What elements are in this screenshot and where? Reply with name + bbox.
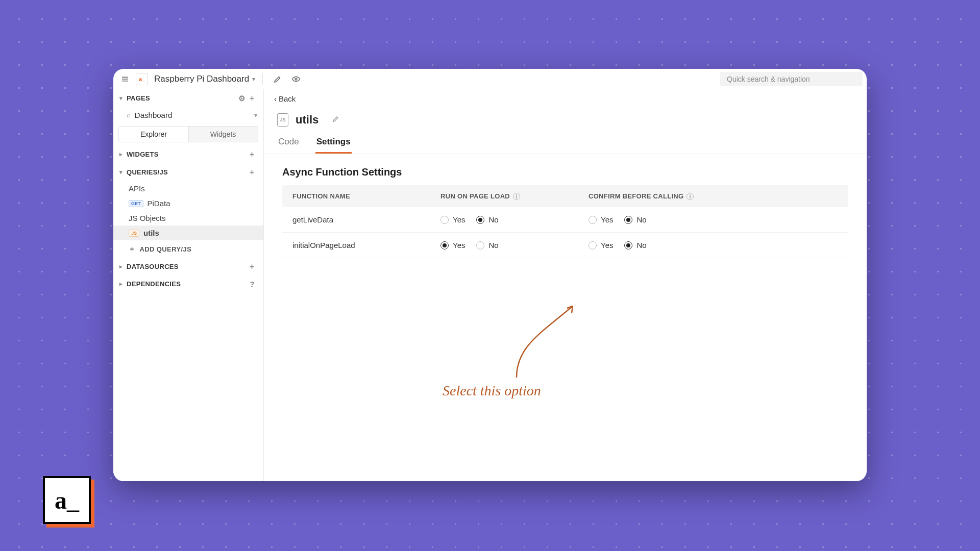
widgets-section-header[interactable]: ▸ WIDGETS ＋ (113, 145, 263, 163)
back-label: Back (279, 94, 296, 103)
queries-section-header[interactable]: ▾ QUERIES/JS ＋ (113, 163, 263, 181)
explorer-tab[interactable]: Explorer (119, 127, 188, 142)
svg-point-4 (295, 78, 297, 80)
col-header-name: FUNCTION NAME (292, 192, 440, 200)
apis-group[interactable]: APIs (113, 181, 263, 196)
run-on-load-radio-group: Yes No (440, 215, 499, 224)
appsmith-logo-text: a_ (43, 476, 91, 524)
radio-icon (589, 241, 597, 249)
confirm-radio-group: Yes No (589, 241, 647, 249)
add-page-icon[interactable]: ＋ (247, 93, 257, 103)
col-header-confirm: CONFIRM BEFORE CALLING i (589, 192, 721, 200)
get-badge-icon: GET (129, 200, 143, 207)
sidebar-item-dashboard[interactable]: ⌂ Dashboard ▾ (113, 107, 263, 123)
chevron-left-icon: ‹ (274, 94, 277, 103)
add-query-icon[interactable]: ＋ (247, 167, 257, 177)
main-panel: ‹ Back JS utils Code Settings Async Func… (264, 89, 867, 481)
table-row: getLiveData Yes No (282, 207, 848, 233)
appsmith-logo: a_ (43, 476, 91, 524)
pages-section-header[interactable]: ▾ PAGES ⚙ ＋ (113, 89, 263, 107)
plus-icon: ＋ (129, 244, 135, 254)
function-name: getLiveData (292, 215, 440, 224)
table-row: initialOnPageLoad Yes No (282, 233, 848, 258)
caret-right-icon: ▸ (119, 263, 127, 270)
tab-settings[interactable]: Settings (315, 132, 352, 154)
topbar-divider (262, 73, 263, 85)
jsobjects-group[interactable]: JS Objects (113, 211, 263, 226)
queries-section-label: QUERIES/JS (127, 168, 168, 176)
radio-icon (589, 216, 597, 224)
run-yes-option[interactable]: Yes (440, 215, 465, 224)
app-title[interactable]: Raspberry Pi Dashboard ▾ (154, 74, 255, 84)
pages-label: PAGES (127, 94, 150, 102)
pidata-label: PiData (148, 199, 170, 208)
add-query-button[interactable]: ＋ ADD QUERY/JS (113, 240, 263, 258)
topbar: a_ Raspberry Pi Dashboard ▾ Quick search… (113, 69, 867, 89)
preview-icon[interactable] (288, 71, 304, 87)
add-query-label: ADD QUERY/JS (139, 245, 191, 253)
sidebar-item-utils[interactable]: JS utils (113, 226, 263, 240)
app-title-text: Raspberry Pi Dashboard (154, 74, 249, 84)
panel-title: Async Function Settings (264, 154, 867, 185)
widgets-tab[interactable]: Widgets (188, 127, 258, 142)
chevron-down-icon: ▾ (254, 112, 257, 119)
js-badge-icon: JS (129, 230, 139, 237)
confirm-yes-option[interactable]: Yes (589, 241, 613, 249)
caret-right-icon: ▸ (119, 151, 127, 158)
run-no-option[interactable]: No (476, 241, 498, 249)
info-icon[interactable]: i (687, 193, 694, 200)
caret-right-icon: ▸ (119, 281, 127, 287)
utils-label: utils (143, 229, 159, 237)
caret-down-icon: ▾ (119, 95, 127, 102)
sidebar: ▾ PAGES ⚙ ＋ ⌂ Dashboard ▾ Explorer Widge… (113, 89, 264, 481)
app-logo-icon: a_ (136, 73, 148, 85)
datasources-label: DATASOURCES (127, 263, 179, 270)
radio-icon (476, 241, 484, 249)
chevron-down-icon: ▾ (252, 76, 255, 83)
col-header-run: RUN ON PAGE LOAD i (440, 192, 589, 200)
radio-icon (624, 241, 632, 249)
confirm-no-option[interactable]: No (624, 215, 646, 224)
table-header: FUNCTION NAME RUN ON PAGE LOAD i CONFIRM… (282, 185, 848, 207)
tab-code[interactable]: Code (277, 132, 300, 154)
annotation-text: Select this option (443, 383, 541, 399)
dashboard-label: Dashboard (135, 111, 172, 119)
radio-icon (440, 241, 449, 249)
widgets-section-label: WIDGETS (127, 151, 159, 158)
caret-down-icon: ▾ (119, 169, 127, 176)
confirm-radio-group: Yes No (589, 215, 647, 224)
help-icon[interactable]: ? (247, 280, 257, 288)
sidebar-item-pidata[interactable]: GET PiData (113, 196, 263, 211)
js-file-icon: JS (277, 113, 288, 127)
run-on-load-radio-group: Yes No (440, 241, 499, 249)
function-name: initialOnPageLoad (292, 241, 440, 249)
radio-icon (440, 216, 449, 224)
radio-icon (624, 216, 632, 224)
run-yes-option[interactable]: Yes (440, 241, 465, 249)
dependencies-section-header[interactable]: ▸ DEPENDENCIES ? (113, 276, 263, 292)
back-button[interactable]: ‹ Back (264, 89, 867, 108)
dependencies-label: DEPENDENCIES (127, 280, 181, 288)
editor-tabs: Code Settings (264, 132, 867, 154)
confirm-no-option[interactable]: No (624, 241, 646, 249)
hamburger-icon[interactable] (117, 71, 133, 87)
run-no-option[interactable]: No (476, 215, 498, 224)
rename-icon[interactable] (332, 115, 340, 125)
app-window: a_ Raspberry Pi Dashboard ▾ Quick search… (113, 69, 867, 481)
datasources-section-header[interactable]: ▸ DATASOURCES ＋ (113, 258, 263, 276)
file-title-row: JS utils (264, 108, 867, 132)
explorer-widgets-toggle: Explorer Widgets (118, 126, 258, 142)
add-widget-icon[interactable]: ＋ (247, 149, 257, 159)
gear-icon[interactable]: ⚙ (237, 94, 247, 103)
search-input[interactable]: Quick search & navigation (720, 72, 863, 86)
function-settings-table: FUNCTION NAME RUN ON PAGE LOAD i CONFIRM… (282, 185, 848, 258)
home-icon: ⌂ (127, 111, 131, 119)
info-icon[interactable]: i (513, 193, 520, 200)
file-title: utils (296, 113, 318, 127)
annotation-arrow (463, 298, 585, 380)
add-datasource-icon[interactable]: ＋ (247, 262, 257, 271)
radio-icon (476, 216, 484, 224)
confirm-yes-option[interactable]: Yes (589, 215, 613, 224)
edit-icon[interactable] (270, 71, 285, 87)
svg-point-3 (292, 77, 300, 81)
